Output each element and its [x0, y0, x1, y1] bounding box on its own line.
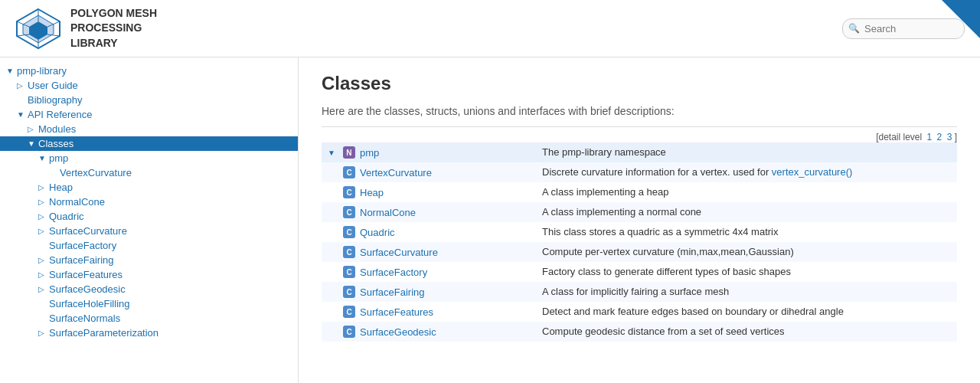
sidebar-item-vertex-curvature[interactable]: VertexCurvature	[0, 165, 298, 180]
sidebar-link[interactable]: SurfaceNormals	[49, 313, 120, 324]
sidebar-link[interactable]: pmp-library	[17, 65, 67, 77]
toggle-icon	[38, 241, 46, 250]
table-row: CSurfaceFactoryFactory class to generate…	[322, 262, 957, 282]
content-area: Classes Here are the classes, structs, u…	[299, 57, 980, 383]
sidebar-link[interactable]: NormalCone	[49, 196, 105, 208]
table-row: CHeapA class implementing a heap	[322, 182, 957, 202]
sidebar-item-api-reference[interactable]: ▼API Reference	[0, 107, 298, 122]
toggle-icon: ▼	[38, 154, 46, 162]
sidebar-link[interactable]: Heap	[49, 182, 73, 193]
sidebar-item-modules[interactable]: ▷Modules	[0, 122, 298, 136]
sidebar-link[interactable]: Bibliography	[28, 94, 83, 106]
logo-icon	[15, 8, 61, 50]
detail-level-3[interactable]: 3	[947, 132, 952, 142]
detail-level-bar: [detail level 1 2 3 ]	[322, 126, 957, 142]
class-link[interactable]: Quadric	[360, 227, 395, 238]
detail-level-2[interactable]: 2	[937, 132, 942, 142]
table-row: CSurfaceFairingA class for implicitly fa…	[322, 282, 957, 302]
class-name-cell: CVertexCurvature	[322, 162, 536, 182]
sidebar-item-user-guide[interactable]: ▷User Guide	[0, 78, 298, 93]
sidebar-link[interactable]: SurfaceParameterization	[49, 327, 158, 339]
classes-table: ▼NpmpThe pmp-library namespaceCVertexCur…	[322, 142, 957, 342]
table-row: CVertexCurvatureDiscrete curvature infor…	[322, 162, 957, 182]
sidebar-item-quadric[interactable]: ▷Quadric	[0, 209, 298, 224]
class-link[interactable]: SurfaceCurvature	[360, 247, 438, 258]
toggle-icon: ▷	[38, 183, 46, 192]
class-description: Compute per-vertex curvature (min,max,me…	[536, 242, 957, 262]
class-name-cell: CSurfaceGeodesic	[322, 322, 536, 342]
table-row: ▼NpmpThe pmp-library namespace	[322, 142, 957, 162]
detail-level-1[interactable]: 1	[927, 132, 933, 142]
class-badge: C	[343, 186, 355, 198]
toggle-icon: ▷	[38, 212, 46, 221]
sidebar-link[interactable]: SurfaceHoleFilling	[49, 298, 130, 309]
class-description: Factory class to generate different type…	[536, 262, 957, 282]
class-link[interactable]: pmp	[360, 147, 379, 159]
toggle-icon	[38, 300, 46, 308]
sidebar-item-bibliography[interactable]: Bibliography	[0, 93, 298, 107]
class-name-cell: CSurfaceFactory	[322, 262, 536, 282]
class-badge: N	[343, 146, 355, 159]
page-title: Classes	[322, 73, 957, 94]
sidebar-item-surface-curvature[interactable]: ▷SurfaceCurvature	[0, 224, 298, 238]
sidebar-item-surface-features[interactable]: ▷SurfaceFeatures	[0, 267, 298, 282]
sidebar: ▼pmp-library▷User Guide Bibliography▼API…	[0, 57, 299, 383]
vertex-curvature-link[interactable]: vertex_curvature()	[772, 166, 852, 178]
sidebar-link[interactable]: Quadric	[49, 211, 84, 222]
class-description: A class implementing a normal cone	[536, 202, 957, 222]
class-link[interactable]: SurfaceFactory	[360, 267, 427, 278]
sidebar-link[interactable]: VertexCurvature	[60, 167, 132, 178]
class-link[interactable]: Heap	[360, 187, 384, 198]
sidebar-item-pmp[interactable]: ▼pmp	[0, 151, 298, 165]
header: POLYGON MESH PROCESSING LIBRARY 🔍	[0, 0, 980, 57]
toggle-icon: ▼	[6, 67, 14, 75]
class-link[interactable]: VertexCurvature	[360, 167, 432, 178]
corner-decoration	[942, 0, 980, 38]
sidebar-label: Classes	[38, 138, 74, 149]
sidebar-link[interactable]: User Guide	[28, 80, 78, 91]
sidebar-link[interactable]: Modules	[38, 123, 76, 135]
toggle-icon: ▷	[38, 285, 46, 293]
sidebar-item-surface-geodesic[interactable]: ▷SurfaceGeodesic	[0, 282, 298, 296]
class-link[interactable]: SurfaceFeatures	[360, 306, 433, 318]
class-name-cell: CNormalCone	[322, 202, 536, 222]
sidebar-link[interactable]: SurfaceCurvature	[49, 225, 127, 237]
class-description: The pmp-library namespace	[536, 142, 957, 162]
class-description: A class implementing a heap	[536, 182, 957, 202]
class-link[interactable]: SurfaceGeodesic	[360, 326, 436, 338]
class-badge: C	[343, 266, 355, 278]
sidebar-item-classes[interactable]: ▼Classes	[0, 136, 298, 151]
sidebar-item-surface-hole-filling[interactable]: SurfaceHoleFilling	[0, 296, 298, 311]
toggle-icon	[49, 169, 57, 177]
class-badge: C	[343, 306, 355, 318]
class-description: Compute geodesic distance from a set of …	[536, 322, 957, 342]
sidebar-item-surface-parameterization[interactable]: ▷SurfaceParameterization	[0, 326, 298, 340]
sidebar-link[interactable]: SurfaceFeatures	[49, 269, 122, 280]
class-badge: C	[343, 326, 355, 338]
toggle-icon: ▷	[38, 329, 46, 337]
sidebar-item-surface-factory[interactable]: SurfaceFactory	[0, 238, 298, 253]
sidebar-link[interactable]: SurfaceFairing	[49, 254, 114, 266]
sidebar-item-normal-cone[interactable]: ▷NormalCone	[0, 195, 298, 209]
sidebar-item-surface-fairing[interactable]: ▷SurfaceFairing	[0, 253, 298, 267]
sidebar-item-heap[interactable]: ▷Heap	[0, 180, 298, 195]
sidebar-link[interactable]: API Reference	[28, 109, 93, 120]
toggle-icon	[38, 314, 46, 322]
toggle-icon: ▷	[28, 125, 35, 133]
toggle-icon: ▼	[28, 139, 35, 148]
toggle-icon: ▷	[38, 270, 46, 279]
class-badge: C	[343, 166, 355, 178]
sidebar-item-surface-normals[interactable]: SurfaceNormals	[0, 311, 298, 326]
toggle-icon: ▼	[17, 110, 24, 119]
class-badge: C	[343, 286, 355, 298]
sidebar-link[interactable]: SurfaceGeodesic	[49, 283, 126, 295]
class-name-cell: CHeap	[322, 182, 536, 202]
toggle-icon[interactable]: ▼	[328, 149, 335, 157]
sidebar-link[interactable]: pmp	[49, 152, 68, 164]
class-link[interactable]: NormalCone	[360, 207, 416, 218]
main-layout: ▼pmp-library▷User Guide Bibliography▼API…	[0, 57, 980, 383]
class-link[interactable]: SurfaceFairing	[360, 286, 425, 298]
sidebar-link[interactable]: SurfaceFactory	[49, 240, 116, 251]
sidebar-item-pmp-library[interactable]: ▼pmp-library	[0, 64, 298, 78]
logo-text: POLYGON MESH PROCESSING LIBRARY	[70, 6, 157, 51]
